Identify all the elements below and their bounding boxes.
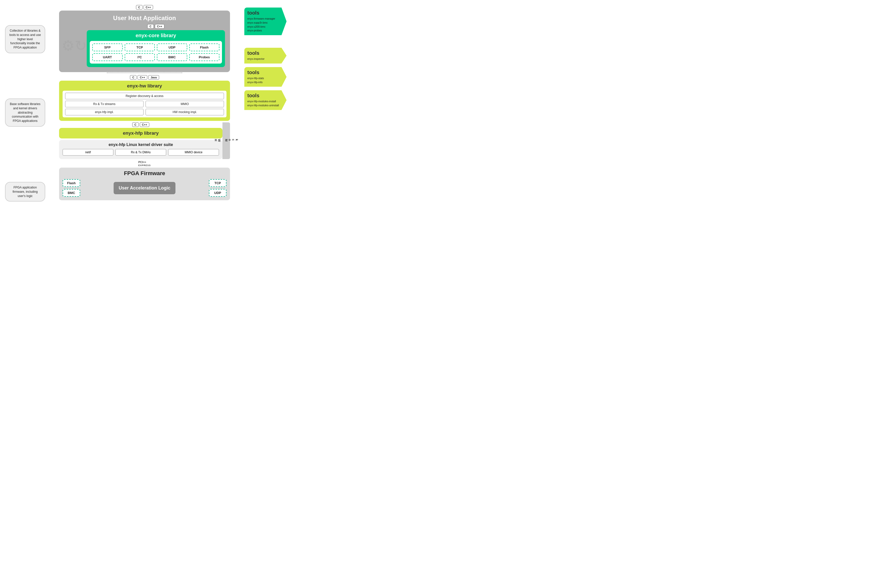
right-panel: tools enyx-firmware-manager enyx-xupp3r-… bbox=[241, 5, 287, 110]
kernel-cell-netif: netif bbox=[63, 149, 113, 156]
tool-inspector: enyx-inspector bbox=[247, 57, 284, 61]
host-inner: ⚙↻ C C++ enyx-core library SFP TCP UDP bbox=[64, 24, 225, 67]
core-lang-c: C bbox=[147, 24, 154, 28]
tools-list-1: enyx-firmware-manager enyx-xupp3r-bmc en… bbox=[247, 17, 284, 33]
tool-hfp-info: enyx-hfp-info bbox=[247, 80, 284, 84]
fpga-col-center: User Acceleration Logic bbox=[82, 179, 207, 197]
core-item-tcp: TCP bbox=[125, 44, 155, 51]
fpga-udp: UDP bbox=[209, 189, 227, 197]
core-library: enyx-core library SFP TCP UDP Flash UART… bbox=[87, 30, 225, 67]
fpga-firmware-content: Flash BMC User Acceleration Logic TCP UD… bbox=[63, 179, 227, 197]
fpga-firmware-title: FPGA Firmware bbox=[63, 170, 227, 177]
hw-lib-hw-mocking: HW mocking impl. bbox=[146, 109, 224, 116]
left-bubble-2: Base software libraries and kernel drive… bbox=[5, 99, 45, 127]
left-bubble-1: Collection of libraries & tools to acces… bbox=[5, 25, 45, 53]
tool-hfp-modules-install: enyx-hfp-modules-install bbox=[247, 99, 284, 104]
tools-title-3: tools bbox=[247, 70, 284, 75]
core-item-udp: UDP bbox=[157, 44, 187, 51]
tools-title-2: tools bbox=[247, 50, 284, 56]
left-bubble-3: FPGA application firmware, including use… bbox=[5, 182, 45, 201]
tools-title-1: tools bbox=[247, 10, 284, 16]
tools-list-4: enyx-hfp-modules-install enyx-hfp-module… bbox=[247, 99, 284, 108]
tools-list-2: enyx-inspector bbox=[247, 57, 284, 61]
core-item-flash: Flash bbox=[189, 44, 220, 51]
fpga-firmware-box: FPGA Firmware Flash BMC User Acceleratio… bbox=[59, 168, 230, 200]
kernel-cell-mmio: MMIO device bbox=[168, 149, 219, 156]
hw-lib-row-2: Rx & Tx streams MMIO bbox=[65, 101, 224, 107]
fpga-section: PCI>>EXPRESS FPGA Firmware Flash BMC Use… bbox=[59, 160, 230, 200]
host-lang-c: C bbox=[136, 5, 143, 9]
fpga-tcp: TCP bbox=[209, 179, 227, 187]
hw-lib-rx-tx: Rx & Tx streams bbox=[65, 101, 144, 107]
tools-box-4: tools enyx-hfp-modules-install enyx-hfp-… bbox=[244, 90, 287, 110]
hw-lib-row-3: enyx-hfp impl. HW mocking impl. bbox=[65, 109, 224, 116]
fpga-flash: Flash bbox=[63, 179, 80, 187]
host-lang-cpp: C++ bbox=[144, 5, 153, 9]
tools-box-2: tools enyx-inspector bbox=[244, 48, 287, 64]
hw-mock-label: HWMock bbox=[214, 139, 239, 142]
hw-mock-bar: HWMock bbox=[222, 122, 230, 159]
left-bubble-1-text: Collection of libraries & tools to acces… bbox=[9, 29, 41, 49]
fpga-col-left: Flash BMC bbox=[63, 179, 80, 197]
tool-u200: enyx-u200-bmc bbox=[247, 25, 284, 29]
tools-list-3: enyx-hfp-stats enyx-hfp-info bbox=[247, 76, 284, 84]
hw-lang-badges: C C++ Java bbox=[130, 75, 159, 80]
hfp-lang-c: C bbox=[132, 122, 139, 127]
tools-title-4: tools bbox=[247, 93, 284, 99]
left-panel: Collection of libraries & tools to acces… bbox=[5, 5, 48, 191]
core-item-sfp: SFP bbox=[92, 44, 123, 51]
core-item-uart: UART bbox=[92, 53, 123, 61]
hfp-lang-cpp: C++ bbox=[140, 122, 150, 127]
center-panel: C C++ User Host Application ⚙↻ C C++ en bbox=[48, 5, 241, 200]
main-layout: Collection of libraries & tools to acces… bbox=[5, 5, 287, 200]
kernel-driver-row: netif Rx & Tx DMAs MMIO device bbox=[63, 149, 219, 156]
tools-box-1: tools enyx-firmware-manager enyx-xupp3r-… bbox=[244, 8, 287, 35]
gear-icon-area: ⚙↻ bbox=[64, 24, 84, 67]
hfp-lang-badges: C C++ bbox=[132, 122, 150, 127]
hfp-sections: C C++ enyx-hfp library enyx-hfp Linux ke… bbox=[59, 122, 222, 159]
hfp-lib-title: enyx-hfp library bbox=[123, 130, 159, 136]
hw-lang-c: C bbox=[130, 75, 137, 80]
hw-lib-content: Register discovery & access Rx & Tx stre… bbox=[63, 91, 227, 117]
pci-badge: PCI>>EXPRESS bbox=[59, 160, 230, 166]
core-lang-cpp: C++ bbox=[155, 24, 165, 28]
core-lang-badges: C C++ bbox=[147, 24, 165, 28]
hfp-section-wrapper: C C++ enyx-hfp library enyx-hfp Linux ke… bbox=[59, 122, 230, 159]
left-bubble-2-text: Base software libraries and kernel drive… bbox=[10, 102, 40, 123]
tool-probes: enyx-probes bbox=[247, 28, 284, 33]
user-host-application: User Host Application ⚙↻ C C++ enyx-core… bbox=[59, 10, 230, 72]
tool-hfp-stats: enyx-hfp-stats bbox=[247, 76, 284, 80]
hw-lib-register-discovery: Register discovery & access bbox=[65, 93, 224, 99]
tools-box-3: tools enyx-hfp-stats enyx-hfp-info bbox=[244, 67, 287, 87]
fpga-bmc: BMC bbox=[63, 189, 80, 197]
tool-hfp-modules-uninstall: enyx-hfp-modules-uninstall bbox=[247, 104, 284, 108]
user-host-title: User Host Application bbox=[113, 15, 176, 22]
kernel-cell-dma: Rx & Tx DMAs bbox=[116, 149, 166, 156]
core-lib-grid: SFP TCP UDP Flash UART I²C BMC Probes bbox=[90, 41, 222, 64]
hw-lib-mmio: MMIO bbox=[146, 101, 224, 107]
left-bubble-3-text: FPGA application firmware, including use… bbox=[13, 186, 38, 198]
hw-lang-cpp: C++ bbox=[137, 75, 147, 80]
core-item-i2c: I²C bbox=[125, 53, 155, 61]
pci-express-label: PCI>>EXPRESS bbox=[138, 160, 151, 166]
gear-icon: ⚙↻ bbox=[62, 37, 87, 54]
hw-lib-title: enyx-hw library bbox=[63, 83, 227, 89]
hfp-library: enyx-hfp library bbox=[59, 128, 222, 138]
host-app-lang-badges: C C++ bbox=[136, 5, 153, 9]
hw-lang-java: Java bbox=[148, 75, 159, 80]
hw-lib-hfp-impl: enyx-hfp impl. bbox=[65, 109, 144, 116]
tool-firmware-manager: enyx-firmware-manager bbox=[247, 17, 284, 21]
kernel-driver-section: enyx-hfp Linux kernel driver suite netif… bbox=[59, 140, 222, 159]
core-lib-wrapper: C C++ enyx-core library SFP TCP UDP Flas… bbox=[87, 24, 225, 67]
core-item-bmc: BMC bbox=[157, 53, 187, 61]
hfp-lib-section: C C++ enyx-hfp library bbox=[59, 122, 222, 138]
tool-xupp3r: enyx-xupp3r-bmc bbox=[247, 21, 284, 25]
hw-library: enyx-hw library Register discovery & acc… bbox=[59, 81, 230, 121]
kernel-driver-title: enyx-hfp Linux kernel driver suite bbox=[63, 142, 219, 147]
core-lib-title: enyx-core library bbox=[90, 33, 222, 39]
fpga-col-right: TCP UDP bbox=[209, 179, 227, 197]
core-item-probes: Probes bbox=[189, 53, 220, 61]
hw-lib-section: C C++ Java enyx-hw library Register disc… bbox=[59, 75, 230, 121]
user-acceleration-logic: User Acceleration Logic bbox=[114, 182, 175, 194]
